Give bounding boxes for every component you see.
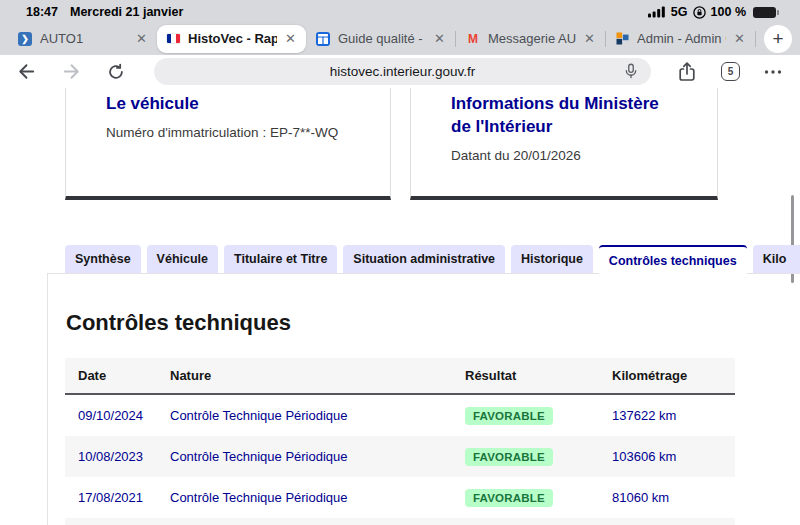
tab-separator [755, 31, 756, 47]
status-badge: FAVORABLE [465, 489, 553, 507]
inspection-km: 103606 km [612, 449, 735, 464]
status-badge: FAVORABLE [465, 448, 553, 466]
close-icon[interactable]: ✕ [734, 32, 745, 45]
tab-synthese[interactable]: Synthèse [65, 245, 141, 273]
microphone-icon[interactable] [622, 62, 640, 83]
tab-controles-techniques[interactable]: Contrôles techniques [599, 245, 747, 274]
forward-button[interactable] [61, 61, 82, 82]
close-icon[interactable]: ✕ [584, 32, 595, 45]
date: Mercredi 21 janvier [70, 5, 183, 19]
vehicle-card-title: Le véhicule [106, 93, 350, 116]
close-icon[interactable]: ✕ [285, 32, 296, 45]
report-tab-bar: Synthèse Véhicule Titulaire et Titre Sit… [65, 245, 800, 273]
reload-button[interactable] [106, 62, 126, 82]
table-row-partial [65, 518, 735, 525]
tab-vehicule[interactable]: Véhicule [147, 245, 218, 273]
address-bar[interactable]: histovec.interieur.gouv.fr [154, 58, 651, 85]
inspection-date: 17/08/2021 [65, 490, 170, 505]
col-header-kilometrage: Kilométrage [612, 368, 735, 383]
table-row: 17/08/2021 Contrôle Technique Périodique… [65, 477, 735, 518]
inspection-nature: Contrôle Technique Périodique [170, 490, 465, 505]
share-button[interactable] [677, 61, 697, 83]
tab-kilometrage[interactable]: Kilo [753, 245, 800, 273]
tab-situation-administrative[interactable]: Situation administrative [343, 245, 505, 273]
french-flag-favicon-icon [167, 34, 180, 43]
table-row: 09/10/2024 Contrôle Technique Périodique… [65, 395, 735, 436]
battery-icon [753, 7, 776, 18]
inspection-date: 09/10/2024 [65, 408, 170, 423]
report-date: Datant du 20/01/2026 [451, 148, 677, 163]
network-type: 5G [671, 5, 688, 19]
browser-tab-guide[interactable]: Guide qualité - Phas ✕ [306, 22, 455, 55]
inspection-km: 81060 km [612, 490, 735, 505]
inspection-result: FAVORABLE [465, 448, 612, 466]
inspection-nature: Contrôle Technique Périodique [170, 449, 465, 464]
tab-title: AUTO1 [40, 31, 128, 46]
more-menu-button[interactable] [764, 69, 782, 75]
inspection-result: FAVORABLE [465, 489, 612, 507]
tab-switcher-button[interactable]: 5 [721, 62, 740, 81]
inspection-km: 137622 km [612, 408, 735, 423]
browser-tab-auto1[interactable]: ❯ AUTO1 ✕ [8, 22, 157, 55]
inspection-result: FAVORABLE [465, 407, 612, 425]
browser-tab-histovec[interactable]: HistoVec - Rapport ✕ [157, 25, 306, 53]
browser-tab-strip: ❯ AUTO1 ✕ HistoVec - Rapport ✕ Guide qua… [0, 22, 800, 55]
col-header-date: Date [65, 368, 170, 383]
inspection-nature: Contrôle Technique Périodique [170, 408, 465, 423]
inspection-date: 10/08/2023 [65, 449, 170, 464]
status-badge: FAVORABLE [465, 407, 553, 425]
admin-favicon-icon [616, 32, 629, 45]
gmail-favicon-icon: M [466, 32, 480, 46]
page-content: Le véhicule Numéro d'immatriculation : E… [0, 88, 800, 525]
technical-inspections-table: Date Nature Résultat Kilométrage 09/10/2… [65, 358, 735, 525]
col-header-nature: Nature [170, 368, 465, 383]
registration-number: Numéro d'immatriculation : EP-7**-WQ [106, 125, 350, 140]
tab-historique[interactable]: Historique [511, 245, 593, 273]
battery-percent: 100 % [711, 5, 746, 19]
table-header-row: Date Nature Résultat Kilométrage [65, 358, 735, 395]
close-icon[interactable]: ✕ [136, 32, 147, 45]
orientation-lock-icon [693, 6, 706, 19]
tab-title: Admin - Admin Cent [637, 31, 726, 46]
vehicle-card: Le véhicule Numéro d'immatriculation : E… [65, 88, 391, 200]
section-title: Contrôles techniques [66, 310, 291, 336]
tab-title: Guide qualité - Phas [338, 31, 426, 46]
browser-tab-admin[interactable]: Admin - Admin Cent ✕ [606, 22, 755, 55]
auto1-favicon-icon: ❯ [18, 32, 32, 46]
table-row: 10/08/2023 Contrôle Technique Périodique… [65, 436, 735, 477]
col-header-resultat: Résultat [465, 368, 612, 383]
cellular-signal-icon [648, 6, 666, 18]
tab-titulaire-et-titre[interactable]: Titulaire et Titre [224, 245, 337, 273]
back-button[interactable] [16, 61, 37, 82]
guide-favicon-icon [316, 32, 330, 46]
new-tab-button[interactable]: + [764, 25, 792, 53]
ministry-card-title: Informations du Ministère de l'Intérieur [451, 93, 677, 139]
status-bar: 18:47 Mercredi 21 janvier 5G 100 % [0, 0, 800, 22]
close-icon[interactable]: ✕ [434, 32, 445, 45]
browser-nav-bar: histovec.interieur.gouv.fr 5 [0, 55, 800, 88]
url-text: histovec.interieur.gouv.fr [330, 64, 475, 79]
ministry-info-card: Informations du Ministère de l'Intérieur… [410, 88, 718, 200]
tab-count: 5 [728, 66, 734, 77]
tab-title: HistoVec - Rapport [188, 31, 277, 46]
tab-title: Messagerie AUTO1 ( [488, 31, 576, 46]
browser-tab-gmail[interactable]: M Messagerie AUTO1 ( ✕ [456, 22, 605, 55]
clock: 18:47 [26, 5, 58, 19]
